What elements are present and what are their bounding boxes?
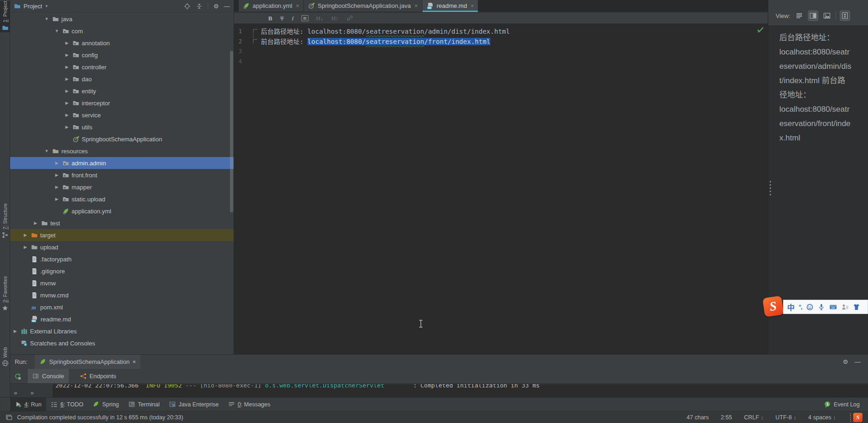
tree-item-resources[interactable]: ▼ resources: [10, 145, 234, 157]
tree-scrollbar[interactable]: [230, 51, 233, 212]
toolwindow-button-run[interactable]: 4: Run: [10, 398, 46, 411]
close-icon[interactable]: ×: [133, 358, 136, 365]
tree-collapsed-arrow-icon[interactable]: ▶: [64, 101, 70, 105]
tree-item-readme-md[interactable]: MD readme.md: [10, 313, 234, 325]
tree-collapsed-arrow-icon[interactable]: ▶: [64, 53, 70, 57]
view-preview-only-button[interactable]: [822, 11, 832, 21]
inspections-ok-icon[interactable]: [757, 26, 764, 33]
stripe-item-favorites[interactable]: 2: Favorites: [0, 276, 10, 312]
tree-item-interceptor[interactable]: ▶ interceptor: [10, 97, 234, 109]
toolwindow-button-todo[interactable]: 6: TODO: [46, 398, 88, 411]
keyboard-icon[interactable]: [829, 303, 837, 311]
status-item-4-spaces[interactable]: 4 spaces ↕: [808, 414, 836, 421]
tree-collapsed-arrow-icon[interactable]: ▶: [64, 113, 70, 117]
window-layout-icon[interactable]: [6, 414, 12, 421]
header-up-button[interactable]: H↑: [331, 15, 338, 21]
tree-collapsed-arrow-icon[interactable]: ▶: [54, 161, 60, 165]
toolwindow-button-messages[interactable]: 0: Messages: [223, 398, 275, 411]
run-configuration-tab[interactable]: SpringbootSchemaApplication ×: [35, 355, 140, 369]
settings-icon[interactable]: ⚙: [843, 358, 848, 365]
tree-item-mvnw-cmd[interactable]: mvnw.cmd: [10, 289, 234, 301]
code-button[interactable]: m: [301, 15, 308, 21]
rerun-icon[interactable]: [14, 373, 21, 380]
header-down-button[interactable]: H↓: [316, 15, 324, 21]
tree-item-java[interactable]: ▼ java: [10, 13, 234, 25]
toolwindow-button-terminal[interactable]: Terminal: [124, 398, 164, 411]
tree-item-entity[interactable]: ▶ entity: [10, 85, 234, 97]
tree-collapsed-arrow-icon[interactable]: ▶: [22, 245, 29, 249]
tree-collapsed-arrow-icon[interactable]: ▶: [54, 197, 60, 201]
tree-item--factorypath[interactable]: .factorypath: [10, 253, 234, 265]
punctuation-icon[interactable]: °‚: [799, 303, 802, 310]
tree-collapsed-arrow-icon[interactable]: ▶: [32, 221, 39, 225]
settings-icon[interactable]: ⚙: [213, 3, 219, 9]
hide-panel-icon[interactable]: —: [855, 358, 861, 365]
tree-item-dao[interactable]: ▶ dao: [10, 73, 234, 85]
fold-marker-icon[interactable]: [253, 29, 257, 33]
fold-marker-icon[interactable]: [253, 39, 257, 43]
tree-collapsed-arrow-icon[interactable]: ▶: [64, 125, 70, 129]
tree-item-springbootschemaapplication[interactable]: SpringbootSchemaApplication: [10, 133, 234, 145]
status-item-utf-8[interactable]: UTF-8 ↕: [776, 414, 796, 421]
tree-collapsed-arrow-icon[interactable]: ▶: [64, 77, 70, 81]
tree-item--gitignore[interactable]: .gitignore: [10, 265, 234, 277]
toolwindow-button-java-enterprise[interactable]: Java Enterprise: [164, 398, 223, 411]
sogou-mini-icon[interactable]: S: [853, 413, 862, 422]
tree-item-static-upload[interactable]: ▶ static.upload: [10, 193, 234, 205]
chevron-down-icon[interactable]: ▾: [45, 4, 48, 8]
overflow-chevron-icon[interactable]: »: [30, 389, 34, 396]
tree-collapsed-arrow-icon[interactable]: ▶: [54, 185, 60, 189]
editor-content[interactable]: 1234 后台路径地址: localhost:8080/seatreservat…: [234, 24, 768, 354]
tree-item-mvnw[interactable]: mvnw: [10, 277, 234, 289]
close-icon[interactable]: ×: [415, 3, 418, 9]
status-item-2:55[interactable]: 2:55: [721, 414, 732, 421]
sogou-logo-icon[interactable]: S: [762, 296, 784, 317]
close-icon[interactable]: ×: [296, 3, 299, 9]
stripe-item-project[interactable]: 1: Project: [0, 1, 10, 32]
splitter-handle[interactable]: [770, 181, 771, 195]
italic-button[interactable]: I: [292, 15, 294, 21]
microphone-icon[interactable]: [818, 303, 825, 311]
tree-item-com[interactable]: ▼ com: [10, 25, 234, 37]
overflow-chevron-icon[interactable]: »: [14, 389, 17, 396]
tab-application.yml[interactable]: application.yml ×: [239, 0, 304, 12]
tree-item-test[interactable]: ▶ test: [10, 217, 234, 229]
tree-collapsed-arrow-icon[interactable]: ▶: [64, 65, 70, 69]
toolwindow-button-spring[interactable]: Spring: [88, 398, 123, 411]
chinese-mode-icon[interactable]: 中: [787, 302, 795, 313]
tree-item-application-yml[interactable]: application.yml: [10, 205, 234, 217]
tree-item-annotation[interactable]: ▶ annotation: [10, 37, 234, 49]
stripe-item-structure[interactable]: 7: Structure: [0, 203, 10, 239]
bold-button[interactable]: B: [268, 15, 272, 21]
status-item-47-chars[interactable]: 47 chars: [687, 414, 709, 421]
tree-collapsed-arrow-icon[interactable]: ▶: [22, 233, 29, 237]
tree-item-admin-admin[interactable]: ▶ admin.admin: [10, 157, 234, 169]
tree-collapsed-arrow-icon[interactable]: ▶: [64, 89, 70, 93]
close-icon[interactable]: ×: [470, 3, 474, 9]
stripe-item-web[interactable]: Web: [0, 347, 10, 368]
tree-item-service[interactable]: ▶ service: [10, 109, 234, 121]
view-editor-only-button[interactable]: [794, 11, 804, 21]
tree-item-scratches-and-consoles[interactable]: Scratches and Consoles: [10, 337, 234, 349]
locate-icon[interactable]: [184, 3, 191, 10]
emoji-icon[interactable]: [806, 303, 814, 311]
console-output[interactable]: » » 2022-12-02 22:07:56.366 INFO 19052 -…: [10, 384, 868, 397]
tree-item-upload[interactable]: ▶ upload: [10, 241, 234, 253]
event-log-button[interactable]: 1Event Log: [824, 401, 868, 408]
tree-expanded-arrow-icon[interactable]: ▼: [43, 149, 50, 153]
tree-collapsed-arrow-icon[interactable]: ▶: [64, 41, 70, 45]
tree-collapsed-arrow-icon[interactable]: ▶: [12, 329, 18, 333]
run-tab-endpoints[interactable]: Endpoints: [75, 369, 121, 383]
status-item-crlf[interactable]: CRLF ↕: [744, 414, 763, 421]
tree-item-target[interactable]: ▶ target: [10, 229, 234, 241]
tree-item-front-front[interactable]: ▶ front.front: [10, 169, 234, 181]
tree-expanded-arrow-icon[interactable]: ▼: [43, 17, 50, 21]
sogou-status-widget[interactable]: S: [850, 413, 862, 422]
strikethrough-button[interactable]: T: [280, 15, 284, 21]
tab-readme.md[interactable]: MDreadme.md ×: [422, 0, 479, 12]
tree-collapsed-arrow-icon[interactable]: ▶: [54, 173, 60, 177]
tree-item-pom-xml[interactable]: m pom.xml: [10, 301, 234, 313]
tab-springbootschemaapplication.java[interactable]: SpringbootSchemaApplication.java ×: [304, 0, 422, 12]
person-icon[interactable]: [841, 303, 849, 311]
collapse-all-icon[interactable]: [196, 3, 203, 10]
